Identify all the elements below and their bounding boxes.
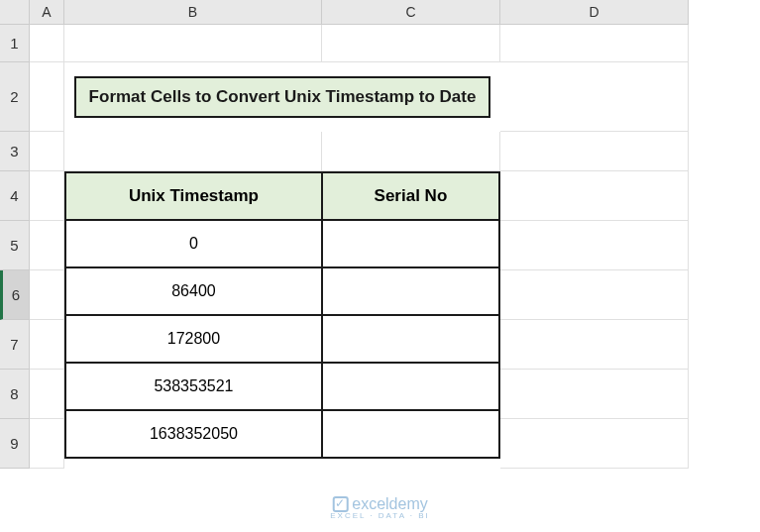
cell-unix-4[interactable]: 1638352050 bbox=[65, 410, 322, 458]
cell-d8[interactable] bbox=[500, 370, 689, 419]
cell-a9[interactable] bbox=[30, 419, 64, 469]
watermark: exceldemy EXCEL · DATA · BI bbox=[330, 495, 430, 520]
cell-d9[interactable] bbox=[500, 419, 689, 469]
cell-serial-0[interactable] bbox=[322, 220, 499, 267]
cell-unix-0[interactable]: 0 bbox=[65, 220, 322, 267]
cell-d7[interactable] bbox=[500, 320, 689, 370]
cell-serial-4[interactable] bbox=[322, 410, 499, 458]
cell-serial-1[interactable] bbox=[322, 267, 499, 315]
cell-c1[interactable] bbox=[322, 25, 500, 62]
col-header-c[interactable]: C bbox=[322, 0, 500, 25]
row-header-9[interactable]: 9 bbox=[0, 419, 30, 469]
cell-b1[interactable] bbox=[64, 25, 322, 62]
cell-a6[interactable] bbox=[30, 270, 64, 320]
page-title: Format Cells to Convert Unix Timestamp t… bbox=[74, 76, 490, 118]
row-header-7[interactable]: 7 bbox=[0, 320, 30, 370]
cell-d2[interactable] bbox=[500, 62, 689, 132]
col-header-a[interactable]: A bbox=[30, 0, 64, 25]
table-area: Unix Timestamp Serial No 0 86400 172800 bbox=[64, 171, 500, 469]
cell-d4[interactable] bbox=[500, 171, 689, 221]
select-all-corner[interactable] bbox=[0, 0, 30, 25]
cell-a7[interactable] bbox=[30, 320, 64, 370]
cell-unix-3[interactable]: 538353521 bbox=[65, 363, 322, 410]
table-row: 1638352050 bbox=[65, 410, 499, 458]
row-header-4[interactable]: 4 bbox=[0, 171, 30, 221]
cell-b3[interactable] bbox=[64, 132, 322, 171]
row-header-6[interactable]: 6 bbox=[0, 270, 30, 320]
col-unix-header[interactable]: Unix Timestamp bbox=[65, 172, 322, 220]
cell-c3[interactable] bbox=[322, 132, 500, 171]
row-header-8[interactable]: 8 bbox=[0, 370, 30, 419]
row-header-1[interactable]: 1 bbox=[0, 25, 30, 62]
watermark-subtext: EXCEL · DATA · BI bbox=[330, 511, 430, 520]
data-table: Unix Timestamp Serial No 0 86400 172800 bbox=[64, 171, 500, 459]
cell-d1[interactable] bbox=[500, 25, 689, 62]
table-row: 538353521 bbox=[65, 363, 499, 410]
col-serial-header[interactable]: Serial No bbox=[322, 172, 499, 220]
row-header-5[interactable]: 5 bbox=[0, 221, 30, 270]
cell-a8[interactable] bbox=[30, 370, 64, 419]
cell-a1[interactable] bbox=[30, 25, 64, 62]
cell-unix-2[interactable]: 172800 bbox=[65, 315, 322, 363]
cell-serial-3[interactable] bbox=[322, 363, 499, 410]
table-row: 172800 bbox=[65, 315, 499, 363]
cell-d6[interactable] bbox=[500, 270, 689, 320]
cell-serial-2[interactable] bbox=[322, 315, 499, 363]
col-header-b[interactable]: B bbox=[64, 0, 322, 25]
cell-d5[interactable] bbox=[500, 221, 689, 270]
cell-unix-1[interactable]: 86400 bbox=[65, 267, 322, 315]
cell-d3[interactable] bbox=[500, 132, 689, 171]
cell-a4[interactable] bbox=[30, 171, 64, 221]
row-header-2[interactable]: 2 bbox=[0, 62, 30, 132]
spreadsheet-grid: A B C D 1 2 Format Cells to Convert Unix… bbox=[0, 0, 760, 469]
cell-a5[interactable] bbox=[30, 221, 64, 270]
row-header-3[interactable]: 3 bbox=[0, 132, 30, 171]
col-header-d[interactable]: D bbox=[500, 0, 689, 25]
table-header-row: Unix Timestamp Serial No bbox=[65, 172, 499, 220]
cell-a2[interactable] bbox=[30, 62, 64, 132]
title-container: Format Cells to Convert Unix Timestamp t… bbox=[64, 62, 500, 132]
table-row: 86400 bbox=[65, 267, 499, 315]
table-row: 0 bbox=[65, 220, 499, 267]
check-icon bbox=[332, 496, 348, 512]
cell-a3[interactable] bbox=[30, 132, 64, 171]
